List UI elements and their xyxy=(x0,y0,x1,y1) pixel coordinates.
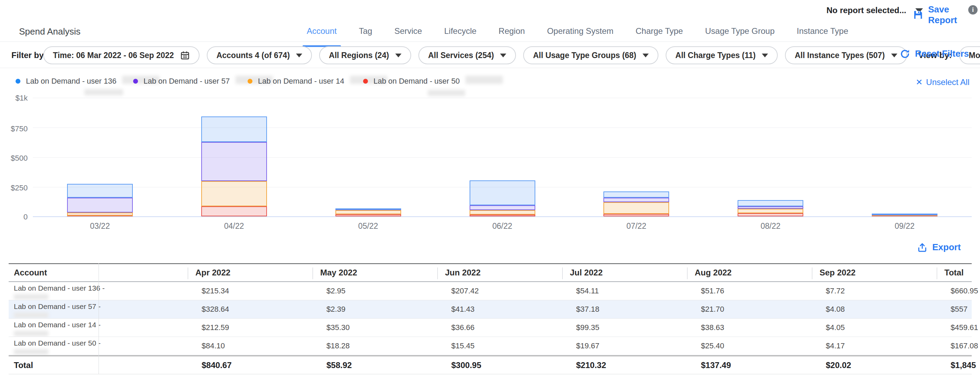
bar-segment[interactable] xyxy=(603,214,669,216)
total-value-cell: $210.32 xyxy=(576,356,606,374)
bar-segment[interactable] xyxy=(67,213,133,216)
table-row[interactable]: Lab on Demand - user 136 -$215.34$2.95$2… xyxy=(9,282,972,300)
bar-segment[interactable] xyxy=(738,200,803,206)
y-tick-label: $1k xyxy=(6,94,28,103)
time-range-label: Time: 06 Mar 2022 - 06 Sep 2022 xyxy=(53,51,174,60)
tab-charge-type[interactable]: Charge Type xyxy=(636,26,683,47)
bar-segment[interactable] xyxy=(872,214,937,215)
chevron-down-icon xyxy=(296,54,302,57)
tab-account[interactable]: Account xyxy=(307,26,337,47)
info-icon[interactable]: i xyxy=(968,5,978,14)
redacted-text xyxy=(465,76,503,84)
bar-segment[interactable] xyxy=(469,210,535,214)
legend-item[interactable]: Lab on Demand - user 50 xyxy=(363,77,503,86)
column-divider xyxy=(937,268,937,279)
value-cell: $38.63 xyxy=(701,319,724,336)
tab-bar: AccountTagServiceLifecycleRegionOperatin… xyxy=(307,26,848,47)
column-header: May 2022 xyxy=(320,264,357,281)
tab-usage-type-group[interactable]: Usage Type Group xyxy=(705,26,775,47)
table-row[interactable]: Lab on Demand - user 50 -$84.10$18.28$15… xyxy=(9,337,972,355)
bar-segment[interactable] xyxy=(201,181,267,206)
y-tick-label: 0 xyxy=(6,213,28,222)
value-cell: $215.34 xyxy=(202,282,229,300)
bar-segment[interactable] xyxy=(201,206,267,216)
tab-tag[interactable]: Tag xyxy=(359,26,372,47)
filter-dropdown-label: All Regions (24) xyxy=(329,51,389,60)
redacted-text xyxy=(14,294,48,300)
export-button[interactable]: Export xyxy=(917,242,961,252)
spend-table: AccountApr 2022May 2022Jun 2022Jul 2022A… xyxy=(9,263,972,374)
chevron-down-icon xyxy=(762,54,768,57)
account-name: Lab on Demand - user 57 - xyxy=(14,302,101,311)
tab-instance-type[interactable]: Instance Type xyxy=(797,26,848,47)
unselect-all-label: Unselect All xyxy=(926,78,969,87)
bar-segment[interactable] xyxy=(67,184,133,198)
tab-region[interactable]: Region xyxy=(499,26,525,47)
table-row[interactable]: Lab on Demand - user 14 -$212.59$35.30$3… xyxy=(9,319,972,337)
bar-segment[interactable] xyxy=(67,198,133,213)
reset-filters-button[interactable]: Reset Filters xyxy=(900,48,969,59)
x-tick-label: 07/22 xyxy=(569,222,703,231)
filter-dropdown-charge[interactable]: All Charge Types (11) xyxy=(666,46,778,64)
bar-segment[interactable] xyxy=(603,202,669,214)
value-cell: $557 xyxy=(951,300,967,318)
value-cell: $51.76 xyxy=(701,282,724,300)
legend-dot-icon xyxy=(248,79,253,84)
table-row[interactable]: Lab on Demand - user 57 -$328.64$2.39$41… xyxy=(9,300,972,319)
x-axis-labels: 03/2204/2205/2206/2207/2208/2209/22 xyxy=(33,222,972,232)
filter-dropdown-4[interactable]: Accounts 4 (of 674) xyxy=(207,46,312,64)
export-label: Export xyxy=(932,242,961,252)
column-divider xyxy=(438,268,438,279)
filter-dropdown-label: All Services (254) xyxy=(428,51,494,60)
total-label: Total xyxy=(14,356,33,374)
bar-segment[interactable] xyxy=(603,192,669,198)
value-cell: $4.17 xyxy=(826,337,845,355)
tab-lifecycle[interactable]: Lifecycle xyxy=(444,26,476,47)
filter-dropdown-services[interactable]: All Services (254) xyxy=(418,46,516,64)
column-divider xyxy=(313,268,313,279)
report-selector-label: No report selected... xyxy=(826,6,906,15)
value-cell: $7.72 xyxy=(826,282,845,300)
chevron-down-icon xyxy=(395,54,401,57)
bar-segment[interactable] xyxy=(336,214,401,216)
column-divider xyxy=(562,268,563,279)
filter-dropdown-instance[interactable]: All Instance Types (507) xyxy=(785,46,907,64)
x-tick-label: 05/22 xyxy=(301,222,435,231)
tab-service[interactable]: Service xyxy=(394,26,422,47)
bar-segment[interactable] xyxy=(738,206,803,209)
legend-label: Lab on Demand - user 50 xyxy=(374,77,460,86)
total-value-cell: $58.92 xyxy=(326,356,352,374)
x-tick-label: 04/22 xyxy=(167,222,301,231)
tab-operating-system[interactable]: Operating System xyxy=(547,26,613,47)
report-selector-dropdown[interactable]: No report selected... xyxy=(826,6,923,15)
time-range-filter[interactable]: Time: 06 Mar 2022 - 06 Sep 2022 xyxy=(43,46,199,64)
bar-segment[interactable] xyxy=(738,213,803,216)
filter-dropdown-label: All Charge Types (11) xyxy=(675,51,756,60)
filter-dropdown-usage[interactable]: All Usage Type Groups (68) xyxy=(523,46,659,64)
value-cell: $19.67 xyxy=(576,337,599,355)
unselect-all-button[interactable]: ✕ Unselect All xyxy=(916,78,970,87)
legend-dot-icon xyxy=(16,79,21,84)
value-cell: $99.35 xyxy=(576,319,599,336)
account-cell: Lab on Demand - user 136 - xyxy=(14,284,105,300)
filter-dropdown-regions[interactable]: All Regions (24) xyxy=(319,46,411,64)
bar-segment[interactable] xyxy=(738,209,803,213)
bar-segment[interactable] xyxy=(469,205,535,210)
calendar-icon xyxy=(180,51,190,60)
spend-stacked-bar-chart xyxy=(33,98,972,217)
total-value-cell: $300.95 xyxy=(451,356,481,374)
value-cell: $2.95 xyxy=(326,282,345,300)
bar-segment[interactable] xyxy=(336,208,401,210)
bar-segment[interactable] xyxy=(201,116,267,142)
bar-segment[interactable] xyxy=(201,142,267,181)
value-cell: $459.61 xyxy=(951,319,978,336)
bar-segment[interactable] xyxy=(469,214,535,216)
redacted-text xyxy=(14,313,48,318)
bar-segment[interactable] xyxy=(336,210,401,214)
value-cell: $2.39 xyxy=(326,300,345,318)
bar-segment[interactable] xyxy=(603,198,669,202)
bar-segment[interactable] xyxy=(469,181,535,205)
x-tick-label: 09/22 xyxy=(838,222,972,231)
x-tick-label: 03/22 xyxy=(33,222,167,231)
account-name: Lab on Demand - user 136 - xyxy=(14,284,105,292)
